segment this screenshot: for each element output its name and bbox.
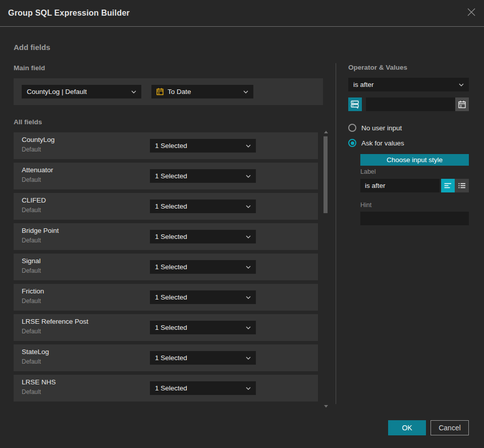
field-name: Signal <box>22 257 41 265</box>
scrollbar-thumb[interactable] <box>324 136 328 213</box>
field-name: Bridge Point <box>22 227 59 234</box>
field-name: Friction <box>22 287 44 295</box>
field-name: LRSE Reference Post <box>22 318 88 325</box>
list-scrollbar[interactable] <box>323 130 329 409</box>
align-left-icon <box>444 183 452 188</box>
chevron-down-icon <box>246 326 251 329</box>
field-subtitle: Default <box>22 146 41 153</box>
hint-input[interactable] <box>360 212 469 225</box>
title-divider <box>0 26 484 27</box>
chevron-down-icon <box>246 266 251 269</box>
field-row: LRSE NHS Default 1 Selected <box>14 375 318 402</box>
main-field-heading: Main field <box>14 64 45 72</box>
hint-field-label: Hint <box>360 202 371 209</box>
field-subtitle: Default <box>22 267 41 274</box>
align-left-style-button[interactable] <box>441 179 455 192</box>
chevron-down-icon <box>246 175 251 178</box>
main-date-select[interactable]: To Date <box>151 85 253 98</box>
field-row: CLIFED Default 1 Selected <box>14 193 318 220</box>
scrollbar-down-icon[interactable] <box>324 405 328 408</box>
main-field-select[interactable]: CountyLog | Default <box>22 85 141 98</box>
field-subtitle: Default <box>22 207 41 214</box>
field-name: CLIFED <box>22 196 46 204</box>
field-selected-dropdown-label: 1 Selected <box>155 233 242 240</box>
field-subtitle: Default <box>22 237 41 244</box>
operator-values-heading: Operator & Values <box>348 64 407 71</box>
field-row: StateLog Default 1 Selected <box>14 344 318 371</box>
bullet-list-icon <box>458 183 466 188</box>
all-fields-heading: All fields <box>14 118 42 126</box>
field-selected-dropdown-label: 1 Selected <box>155 384 242 392</box>
field-selected-dropdown[interactable]: 1 Selected <box>150 351 256 365</box>
dialog-title: Group SQL Expression Builder <box>8 0 130 26</box>
chevron-down-icon <box>131 90 136 93</box>
operator-select[interactable]: is after <box>348 78 469 91</box>
field-selected-dropdown[interactable]: 1 Selected <box>150 290 256 304</box>
main-date-select-value: To Date <box>168 88 239 95</box>
date-picker-button[interactable] <box>455 97 469 111</box>
radio-ask-for-values-label: Ask for values <box>361 139 404 147</box>
field-selected-dropdown[interactable]: 1 Selected <box>150 230 256 243</box>
radio-circle-icon <box>348 124 356 132</box>
ok-button[interactable]: OK <box>388 420 426 435</box>
field-selected-dropdown-label: 1 Selected <box>155 203 242 210</box>
close-icon <box>467 8 476 19</box>
field-subtitle: Default <box>22 176 41 183</box>
field-subtitle: Default <box>22 358 41 365</box>
field-name: StateLog <box>22 348 49 356</box>
field-selected-dropdown[interactable]: 1 Selected <box>150 169 256 183</box>
chevron-down-icon <box>246 205 251 208</box>
field-row: Friction Default 1 Selected <box>14 284 318 311</box>
radio-circle-selected-icon <box>348 139 356 147</box>
operator-select-value: is after <box>353 81 455 88</box>
field-selected-dropdown-label: 1 Selected <box>155 172 242 180</box>
field-selected-dropdown-label: 1 Selected <box>155 354 242 362</box>
field-name: LRSE NHS <box>22 378 56 386</box>
field-subtitle: Default <box>22 297 41 305</box>
field-selected-dropdown[interactable]: 1 Selected <box>150 381 256 395</box>
field-selected-dropdown-label: 1 Selected <box>155 324 242 331</box>
scrollbar-up-icon[interactable] <box>324 131 328 133</box>
radio-no-user-input[interactable]: No user input <box>348 124 402 132</box>
field-subtitle: Default <box>22 328 41 335</box>
stacked-values-icon <box>351 100 359 109</box>
chevron-down-icon <box>246 296 251 299</box>
field-selected-dropdown-label: 1 Selected <box>155 293 242 301</box>
chevron-down-icon <box>246 357 251 360</box>
choose-input-style-button[interactable]: Choose input style <box>360 154 469 166</box>
radio-no-user-input-label: No user input <box>361 124 402 132</box>
field-row: Bridge Point Default 1 Selected <box>14 223 318 250</box>
label-field-label: Label <box>360 168 376 175</box>
chevron-down-icon <box>246 235 251 238</box>
chevron-down-icon <box>246 387 251 390</box>
calendar-icon <box>156 88 164 95</box>
field-row: Attenuator Default 1 Selected <box>14 163 318 189</box>
stacked-values-button[interactable] <box>348 97 362 111</box>
title-bar: Group SQL Expression Builder <box>0 0 484 26</box>
field-selected-dropdown[interactable]: 1 Selected <box>150 321 256 334</box>
field-name: Attenuator <box>22 166 53 174</box>
field-selected-dropdown-label: 1 Selected <box>155 263 242 271</box>
field-row: Signal Default 1 Selected <box>14 254 318 280</box>
field-row: CountyLog Default 1 Selected <box>14 132 318 159</box>
field-subtitle: Default <box>22 388 41 395</box>
field-selected-dropdown[interactable]: 1 Selected <box>150 260 256 274</box>
value-input[interactable] <box>366 97 455 111</box>
chevron-down-icon <box>459 83 464 86</box>
cancel-button[interactable]: Cancel <box>431 420 469 435</box>
label-input[interactable] <box>360 179 440 192</box>
chevron-down-icon <box>243 90 248 93</box>
calendar-icon <box>458 101 466 109</box>
field-selected-dropdown[interactable]: 1 Selected <box>150 139 256 153</box>
add-fields-heading: Add fields <box>14 43 50 52</box>
field-row: LRSE Reference Post Default 1 Selected <box>14 314 318 341</box>
bullet-list-style-button[interactable] <box>455 179 469 192</box>
chevron-down-icon <box>246 144 251 147</box>
field-name: CountyLog <box>22 136 55 143</box>
main-field-select-value: CountyLog | Default <box>27 88 127 95</box>
radio-ask-for-values[interactable]: Ask for values <box>348 139 404 147</box>
all-fields-list: CountyLog Default 1 Selected Attenuator … <box>14 132 318 405</box>
field-selected-dropdown[interactable]: 1 Selected <box>150 200 256 213</box>
vertical-divider <box>336 63 336 404</box>
close-button[interactable] <box>465 7 478 20</box>
